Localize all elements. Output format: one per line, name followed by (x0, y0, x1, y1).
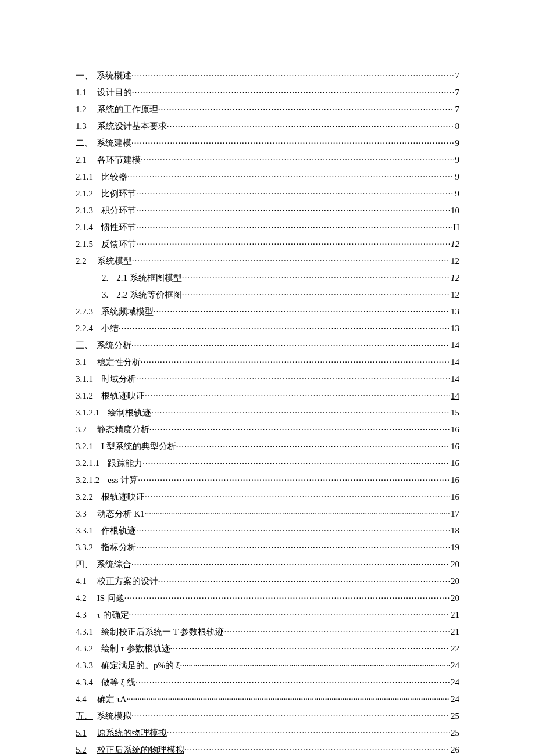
toc-page: 15 (450, 408, 459, 418)
toc-container: 一、系统概述71.1设计目的71.2系统的工作原理71.3系统设计基本要求8二、… (76, 70, 459, 755)
toc-page: 12 (450, 290, 459, 300)
toc-leader-dots (119, 323, 450, 331)
toc-page: 9 (454, 172, 460, 182)
toc-leader-dots (131, 70, 454, 78)
toc-line: 2.2.1 系统框图模型12 (76, 272, 459, 284)
toc-leader-dots (141, 356, 450, 365)
toc-line: 1.3系统设计基本要求8 (76, 120, 459, 132)
toc-title: 根轨迹映证 (101, 390, 145, 402)
toc-leader-dots (127, 171, 454, 180)
toc-leader-dots (158, 575, 450, 584)
toc-page: 20 (450, 560, 459, 569)
toc-leader-dots (151, 407, 450, 415)
toc-line: 三、系统分析14 (76, 339, 459, 351)
toc-line: 2.1.3积分环节10 (76, 205, 459, 216)
toc-leader-dots (136, 373, 450, 382)
toc-leader-dots (131, 339, 450, 348)
toc-number: 2.1.3 (76, 206, 93, 216)
toc-page: 21 (450, 610, 459, 620)
toc-page: 24 (450, 694, 459, 704)
toc-page: 14 (450, 341, 459, 350)
toc-line: 5.1原系统的物理模拟25 (76, 727, 459, 739)
toc-title: 绘制 τ 参数根轨迹 (101, 643, 170, 654)
toc-page: 16 (450, 458, 459, 468)
toc-page: 12 (450, 239, 459, 249)
toc-title: 各环节建模 (97, 155, 141, 166)
toc-page: 7 (454, 71, 460, 81)
toc-title: 绘制根轨迹 (108, 407, 151, 418)
toc-number: 3.3 (76, 509, 87, 519)
toc-title: 系统综合 (97, 559, 131, 570)
toc-line: 3.3.1作根轨迹18 (76, 525, 459, 536)
toc-line: 五、系统模拟25 (76, 710, 459, 722)
toc-number: 2.1 (76, 155, 87, 165)
toc-number: 2. (102, 273, 108, 283)
toc-page: 17 (450, 509, 459, 519)
toc-number: 一、 (76, 70, 93, 81)
toc-number: 4.3.3 (76, 661, 93, 671)
toc-title: 系统分析 (97, 340, 131, 351)
toc-number: 1.2 (76, 105, 87, 114)
toc-leader-dots (170, 643, 450, 651)
toc-line: 2.2系统模型12 (76, 255, 459, 267)
toc-line: 3.2.1I 型系统的典型分析16 (76, 440, 459, 452)
toc-page: 9 (454, 138, 460, 148)
toc-title: IS 问题 (97, 593, 124, 604)
toc-leader-dots (224, 626, 450, 635)
toc-line: 3.1.2根轨迹映证14 (76, 390, 459, 402)
toc-line: 2.1.5反馈环节12 (76, 238, 459, 250)
toc-number: 4.3 (76, 610, 87, 620)
toc-page: 16 (450, 475, 459, 485)
toc-title: 比较器 (101, 171, 127, 182)
toc-title: 比例环节 (101, 188, 136, 199)
toc-number: 3.2 (76, 425, 87, 435)
toc-title: τ 的确定 (97, 610, 129, 621)
toc-leader-dots (154, 306, 450, 314)
toc-line: 一、系统概述7 (76, 70, 459, 81)
toc-page: 8 (454, 121, 460, 131)
toc-page: 10 (450, 206, 459, 216)
toc-page: 18 (450, 526, 459, 536)
toc-leader-dots (136, 238, 450, 247)
toc-line: 1.1设计目的7 (76, 87, 459, 98)
toc-line: 2.1.4惯性环节H (76, 221, 459, 233)
toc-leader-dots (136, 188, 454, 196)
toc-line: 3.2.1.2ess 计算16 (76, 474, 459, 486)
toc-line: 1.2系统的工作原理7 (76, 103, 459, 115)
toc-number: 2.2.4 (76, 324, 93, 334)
toc-page: H (452, 223, 459, 232)
toc-number: 3.2.1.2 (76, 475, 99, 485)
toc-page: 14 (450, 374, 459, 384)
toc-title: 系统概述 (97, 70, 131, 81)
toc-page: 12 (450, 256, 459, 266)
toc-title: ess 计算 (108, 475, 138, 486)
toc-line: 2.1各环节建模9 (76, 154, 459, 166)
toc-leader-dots (131, 137, 454, 146)
toc-page: 26 (450, 745, 459, 755)
toc-title: 确定 τA (97, 694, 127, 705)
toc-title: 2.2 系统等价框图 (116, 289, 182, 300)
toc-leader-dots (167, 727, 450, 736)
toc-line: 3.1.2.1绘制根轨迹15 (76, 407, 459, 418)
toc-page: 16 (450, 492, 459, 502)
toc-page: 7 (454, 88, 460, 98)
toc-title: 系统模型 (97, 256, 132, 267)
toc-title: 作根轨迹 (101, 525, 136, 536)
toc-title: 反馈环节 (101, 239, 136, 250)
toc-number: 3.1 (76, 357, 87, 367)
toc-number: 2.1.1 (76, 172, 93, 182)
toc-number: 四、 (76, 559, 93, 570)
toc-title: 绘制校正后系统一 T 参数根轨迹 (101, 626, 224, 637)
toc-page: 22 (450, 644, 459, 654)
toc-leader-dots (124, 592, 450, 601)
toc-line: 四、系统综合20 (76, 558, 459, 570)
toc-page: 12 (450, 273, 459, 283)
toc-number: 2.1.5 (76, 239, 93, 249)
toc-title: 静态精度分析 (97, 424, 149, 435)
toc-leader-dots (132, 87, 454, 95)
toc-leader-dots (131, 710, 450, 719)
toc-line: 3.2.1.1跟踪能力16 (76, 457, 459, 469)
toc-page: 19 (450, 543, 459, 553)
toc-number: 4.4 (76, 694, 87, 704)
toc-leader-dots (145, 491, 450, 500)
